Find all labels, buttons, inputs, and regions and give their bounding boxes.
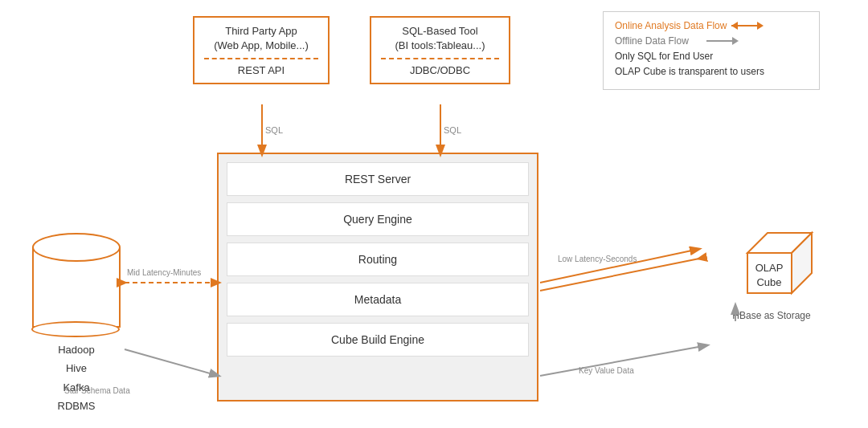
olap-cube-icon: OLAP Cube bbox=[727, 217, 816, 305]
legend-box: Online Analysis Data Flow Offline Data F… bbox=[603, 11, 820, 90]
rest-server-row: REST Server bbox=[227, 162, 529, 196]
sql-left-label: SQL bbox=[265, 125, 283, 135]
mid-latency-label: Mid Latency-Minutes bbox=[127, 268, 201, 277]
legend-online: Online Analysis Data Flow bbox=[615, 20, 808, 31]
legend-olap: OLAP Cube is transparent to users bbox=[615, 66, 808, 77]
legend-offline: Offline Data Flow bbox=[615, 35, 808, 47]
hbase-label: HBase as Storage bbox=[719, 310, 824, 321]
metadata-row: Metadata bbox=[227, 283, 529, 316]
diagram: Online Analysis Data Flow Offline Data F… bbox=[0, 0, 868, 428]
hadoop-box: Hadoop Hive Kafka RDBMS bbox=[32, 233, 121, 416]
svg-text:Cube: Cube bbox=[756, 276, 781, 288]
jdbc-odbc-label: JDBC/ODBC bbox=[381, 58, 499, 76]
low-latency-arrow-back bbox=[540, 259, 699, 291]
hadoop-cylinder bbox=[32, 233, 121, 337]
key-value-arrow bbox=[540, 345, 707, 376]
routing-row: Routing bbox=[227, 243, 529, 276]
offline-arrow-icon bbox=[706, 36, 739, 46]
sql-tool-title: SQL-Based Tool(BI tools:Tableau...) bbox=[381, 24, 499, 53]
engine-box: REST Server Query Engine Routing Metadat… bbox=[217, 153, 538, 402]
olap-cube-box: OLAP Cube HBase as Storage bbox=[719, 217, 824, 321]
hadoop-labels: Hadoop Hive Kafka RDBMS bbox=[32, 340, 121, 416]
low-latency-label: Low Latency-Seconds bbox=[558, 255, 637, 263]
svg-text:OLAP: OLAP bbox=[755, 262, 784, 274]
third-party-box: Third Party App(Web App, Mobile...) REST… bbox=[193, 16, 330, 84]
rest-api-label: REST API bbox=[204, 58, 318, 76]
low-latency-arrow bbox=[540, 249, 699, 283]
third-party-title: Third Party App(Web App, Mobile...) bbox=[204, 24, 318, 53]
star-schema-arrow bbox=[125, 349, 219, 376]
legend-sql: Only SQL for End User bbox=[615, 51, 808, 62]
online-arrow-icon bbox=[731, 21, 764, 31]
key-value-label: Key Value Data bbox=[579, 366, 634, 375]
sql-tool-box: SQL-Based Tool(BI tools:Tableau...) JDBC… bbox=[370, 16, 510, 84]
cube-build-engine-row: Cube Build Engine bbox=[227, 323, 529, 357]
sql-right-label: SQL bbox=[444, 125, 461, 135]
query-engine-row: Query Engine bbox=[227, 202, 529, 236]
